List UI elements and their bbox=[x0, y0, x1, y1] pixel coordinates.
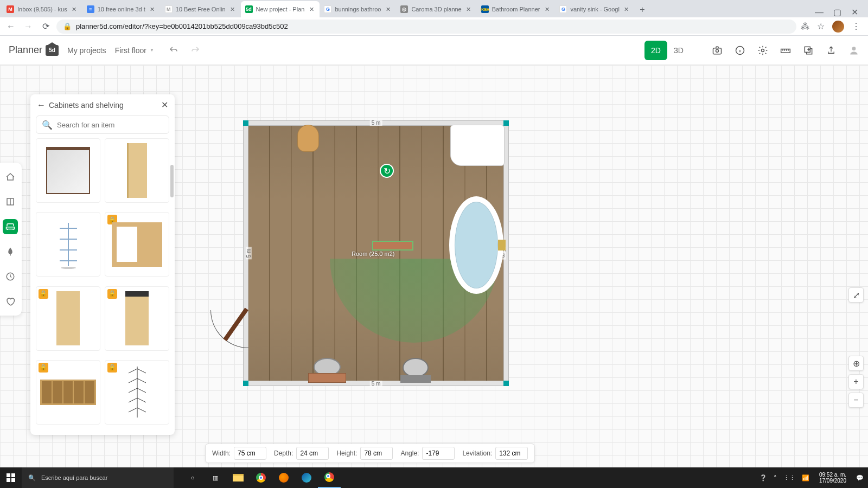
fixture-vanity-1[interactable] bbox=[308, 358, 346, 383]
new-tab-button[interactable]: + bbox=[635, 2, 650, 17]
chrome-icon[interactable] bbox=[250, 467, 272, 488]
selected-cabinet[interactable] bbox=[372, 241, 413, 251]
item-cabinet-7[interactable]: 🔒 bbox=[36, 360, 100, 425]
fixture-vanity-2[interactable] bbox=[400, 358, 431, 383]
tray-help-icon[interactable]: ❔ bbox=[760, 474, 767, 481]
close-icon[interactable]: ✕ bbox=[308, 5, 315, 13]
redo-button[interactable] bbox=[190, 45, 201, 56]
search-input[interactable] bbox=[57, 121, 163, 129]
bookmark-icon[interactable]: ☆ bbox=[817, 21, 825, 31]
item-cabinet-1[interactable] bbox=[36, 138, 100, 203]
view-2d-button[interactable]: 2D bbox=[644, 41, 667, 60]
tab-google[interactable]: Gvanity sink - Googl✕ bbox=[555, 1, 634, 17]
user-avatar-icon[interactable] bbox=[848, 45, 859, 56]
item-cabinet-8[interactable]: 🔒 bbox=[105, 360, 169, 425]
rail-exterior-icon[interactable] bbox=[3, 244, 18, 259]
firefox-icon[interactable] bbox=[272, 467, 295, 488]
width-input[interactable] bbox=[234, 447, 266, 460]
url-input[interactable]: 🔒 planner5d.com/editor/?key=be0b0014201b… bbox=[56, 20, 796, 34]
file-explorer-icon[interactable] bbox=[227, 467, 250, 488]
chrome-menu-icon[interactable]: ⋮ bbox=[852, 21, 860, 31]
panel-close-button[interactable]: ✕ bbox=[161, 100, 168, 110]
close-icon[interactable]: ✕ bbox=[229, 5, 237, 13]
edge-icon[interactable] bbox=[295, 467, 318, 488]
my-projects-link[interactable]: My projects bbox=[67, 46, 106, 55]
window-close-icon[interactable]: ✕ bbox=[851, 7, 858, 17]
zoom-in-button[interactable]: + bbox=[848, 374, 864, 389]
export-icon[interactable] bbox=[826, 45, 837, 56]
item-cabinet-5[interactable]: 🔒 bbox=[36, 286, 100, 351]
wall-handle[interactable] bbox=[243, 120, 248, 126]
rail-rooms-icon[interactable] bbox=[3, 169, 18, 184]
info-icon[interactable] bbox=[735, 45, 745, 56]
tray-wifi-icon[interactable]: ⋮⋮ bbox=[783, 474, 795, 481]
view-3d-button[interactable]: 3D bbox=[667, 41, 690, 60]
undo-button[interactable] bbox=[168, 45, 179, 56]
tray-notifications-icon[interactable]: 💬 bbox=[856, 474, 864, 481]
logo[interactable]: Planner 5d bbox=[9, 44, 59, 56]
fixture-shower[interactable] bbox=[450, 125, 505, 166]
height-input[interactable] bbox=[360, 447, 393, 460]
close-icon[interactable]: ✕ bbox=[543, 5, 551, 13]
translate-icon[interactable]: ⁂ bbox=[801, 21, 809, 31]
rail-construction-icon[interactable] bbox=[3, 194, 18, 209]
start-button[interactable] bbox=[0, 467, 22, 488]
fullscreen-button[interactable]: ⤢ bbox=[848, 287, 864, 303]
height-label: Height: bbox=[336, 450, 357, 457]
tab-ikea[interactable]: IKEABathroom Planner✕ bbox=[477, 1, 556, 17]
reload-button[interactable]: ⟳ bbox=[39, 20, 52, 33]
cortana-icon[interactable]: ○ bbox=[181, 467, 204, 488]
close-icon[interactable]: ✕ bbox=[623, 5, 630, 13]
back-button[interactable]: ← bbox=[4, 20, 17, 33]
canvas-workspace[interactable]: ← Cabinets and shelving ✕ 🔍 🔒 🔒 🔒 🔒 🔒 bbox=[0, 65, 868, 467]
panel-search[interactable]: 🔍 bbox=[36, 115, 169, 134]
tab-caroma[interactable]: ◎Caroma 3D planne✕ bbox=[396, 1, 476, 17]
rail-furniture-icon[interactable] bbox=[3, 219, 18, 234]
snapshot-icon[interactable] bbox=[712, 45, 723, 56]
rail-favorites-icon[interactable] bbox=[3, 294, 18, 309]
close-icon[interactable]: ✕ bbox=[384, 5, 392, 13]
fixture-toilet[interactable] bbox=[297, 125, 319, 152]
tab-planner5d[interactable]: 5dNew project - Plan✕ bbox=[241, 1, 320, 17]
task-view-icon[interactable]: ▥ bbox=[204, 467, 227, 488]
door[interactable] bbox=[205, 310, 248, 348]
item-cabinet-3[interactable] bbox=[36, 212, 100, 277]
fixture-bathtub[interactable] bbox=[449, 196, 503, 294]
ruler-icon[interactable] bbox=[780, 45, 791, 56]
wall-handle[interactable] bbox=[503, 381, 509, 386]
chrome-running-icon[interactable] bbox=[318, 467, 341, 488]
tab-gmail[interactable]: MInbox (9,505) - kus✕ bbox=[2, 1, 82, 17]
wall-handle[interactable] bbox=[243, 381, 248, 386]
item-cabinet-6[interactable]: 🔒 bbox=[105, 286, 169, 351]
center-view-button[interactable]: ⊕ bbox=[848, 356, 864, 371]
close-icon[interactable]: ✕ bbox=[149, 5, 156, 13]
tab-bunnings[interactable]: Gbunnings bathroo✕ bbox=[320, 1, 396, 17]
save-copy-icon[interactable] bbox=[803, 45, 814, 56]
panel-scrollbar[interactable] bbox=[170, 165, 174, 429]
rail-history-icon[interactable] bbox=[3, 269, 18, 284]
panel-back-button[interactable]: ← bbox=[37, 100, 46, 110]
taskbar-search[interactable]: 🔍Escribe aquí para buscar bbox=[22, 467, 174, 488]
wall-handle[interactable] bbox=[503, 120, 509, 126]
tray-network-icon[interactable]: 📶 bbox=[802, 474, 809, 481]
tray-clock[interactable]: 09:52 a. m. 17/09/2020 bbox=[816, 472, 850, 484]
levitation-input[interactable] bbox=[495, 447, 528, 460]
angle-input[interactable] bbox=[422, 447, 455, 460]
profile-avatar[interactable] bbox=[832, 21, 844, 33]
settings-icon[interactable] bbox=[757, 45, 768, 56]
zoom-out-button[interactable]: − bbox=[848, 393, 864, 408]
item-cabinet-2[interactable] bbox=[105, 138, 169, 203]
depth-input[interactable] bbox=[296, 447, 329, 460]
forward-button[interactable]: → bbox=[22, 20, 35, 33]
floor-plan[interactable]: 5 m 5 m 5 m 5 m Room (25.0 m2) ↻ bbox=[243, 120, 509, 386]
floor-selector[interactable]: First floor ▼ bbox=[115, 46, 154, 55]
tab-article[interactable]: M10 Best Free Onlin✕ bbox=[161, 1, 241, 17]
window-maximize-icon[interactable]: ▢ bbox=[833, 7, 841, 17]
close-icon[interactable]: ✕ bbox=[465, 5, 473, 13]
tab-docs[interactable]: ≡10 free online 3d t✕ bbox=[82, 1, 161, 17]
rotate-handle[interactable]: ↻ bbox=[380, 164, 394, 178]
window-minimize-icon[interactable]: — bbox=[815, 8, 824, 17]
close-icon[interactable]: ✕ bbox=[71, 5, 78, 13]
tray-chevron-icon[interactable]: ˄ bbox=[774, 474, 777, 481]
item-cabinet-4[interactable]: 🔒 bbox=[105, 212, 169, 277]
